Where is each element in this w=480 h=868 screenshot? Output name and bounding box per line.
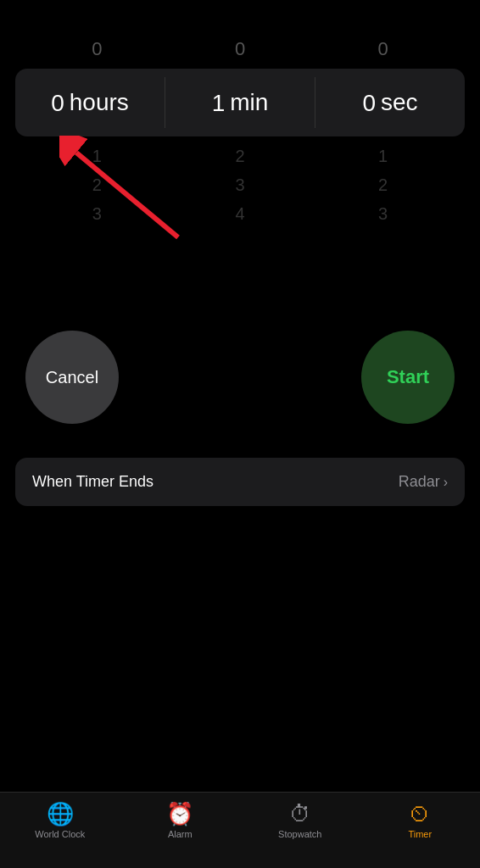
cancel-button[interactable]: Cancel	[25, 331, 119, 424]
timer-picker-section: 0 0 0 0 hours 1 min	[0, 34, 480, 228]
world-clock-icon: 🌐	[47, 803, 74, 825]
below-hours-3: 3	[92, 199, 102, 228]
below-min-1: 2	[235, 142, 244, 170]
alarm-icon: ⏰	[166, 803, 193, 825]
tab-alarm-label: Alarm	[168, 829, 193, 839]
timer-ends-row[interactable]: When Timer Ends Radar ›	[15, 458, 465, 506]
chevron-right-icon: ›	[444, 475, 448, 490]
below-sec-2: 2	[378, 170, 388, 199]
above-min-num: 0	[176, 34, 304, 64]
sec-col[interactable]: 0 sec	[315, 86, 465, 120]
tab-timer-label: Timer	[408, 829, 432, 839]
below-min-2: 3	[235, 170, 244, 199]
hours-col[interactable]: 0 hours	[15, 86, 165, 120]
tab-stopwatch-label: Stopwatch	[278, 829, 321, 839]
timer-ends-label: When Timer Ends	[32, 473, 153, 491]
below-min-col: 2 3 4	[169, 142, 312, 228]
hours-value: 0	[51, 86, 64, 120]
sec-value: 0	[362, 86, 376, 120]
tab-bar: 🌐 World Clock ⏰ Alarm ⏱ Stopwatch ⏲ Time…	[0, 792, 480, 868]
below-hours-1: 1	[92, 142, 102, 170]
below-min-3: 4	[235, 199, 244, 228]
above-sec-col: 0	[311, 34, 455, 64]
below-sec-1: 1	[378, 142, 388, 170]
above-sec-num: 0	[320, 34, 447, 64]
timer-ends-sound: Radar	[399, 473, 440, 491]
min-col[interactable]: 1 min	[165, 86, 315, 120]
tab-world-clock-label: World Clock	[35, 829, 85, 839]
min-value-row: 1 min	[212, 86, 269, 120]
tab-timer[interactable]: ⏲ Timer	[386, 803, 454, 839]
picker-selected-row[interactable]: 0 hours 1 min 0 sec	[15, 69, 465, 136]
below-hours-col: 1 2 3	[25, 142, 169, 228]
above-zero-row: 0 0 0	[0, 34, 480, 64]
timer-ends-value: Radar ›	[399, 473, 448, 491]
timer-icon: ⏲	[409, 803, 431, 825]
stopwatch-icon: ⏱	[289, 803, 311, 825]
hours-value-row: 0 hours	[51, 86, 129, 120]
action-buttons-row: Cancel Start	[0, 331, 480, 424]
below-hours-2: 2	[92, 170, 102, 199]
hours-label: hours	[70, 89, 129, 116]
above-hours-num: 0	[33, 34, 160, 64]
sec-value-row: 0 sec	[362, 86, 417, 120]
tab-alarm[interactable]: ⏰ Alarm	[146, 803, 214, 839]
sec-label: sec	[381, 89, 418, 116]
min-value: 1	[212, 86, 226, 120]
below-numbers-row: 1 2 3 2 3 4 1 2 3	[0, 142, 480, 228]
tab-stopwatch[interactable]: ⏱ Stopwatch	[266, 803, 334, 839]
tab-world-clock[interactable]: 🌐 World Clock	[26, 803, 94, 839]
min-label: min	[230, 89, 268, 116]
below-sec-3: 3	[378, 199, 388, 228]
above-hours-col: 0	[25, 34, 169, 64]
start-button[interactable]: Start	[361, 331, 455, 424]
above-min-col: 0	[169, 34, 312, 64]
below-sec-col: 1 2 3	[311, 142, 455, 228]
